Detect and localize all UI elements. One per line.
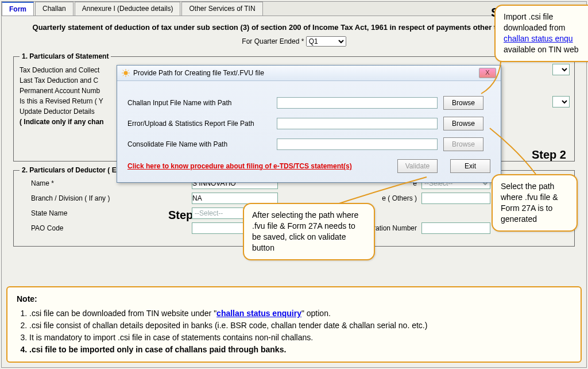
tab-annexure[interactable]: Annexure I (Deductee details) [75,2,181,16]
tab-other-services[interactable]: Other Services of TIN [181,2,262,16]
note-1: .csi file can be downloaded from TIN web… [29,308,571,320]
svg-point-0 [124,71,128,75]
callout-step3: After selecting the path where .fvu file… [243,203,375,260]
callout-step1: Import .csi file downloaded from challan… [494,5,588,62]
dialog-fvu-path: Provide Path for Creating file Text/.FVU… [117,65,501,183]
section1-right-select-2[interactable] [552,96,570,107]
link-procedure[interactable]: Click here to know procedure about filin… [127,162,352,170]
input-challan-path[interactable] [277,97,438,109]
exit-button[interactable]: Exit [450,159,490,173]
link-challan-status-1[interactable]: challan status enqu [504,34,573,43]
section1-right-select-1[interactable] [552,64,570,75]
tab-challan[interactable]: Challan [35,2,74,16]
note-3: It is mandatory to import .csi file in c… [29,332,571,344]
quarter-label: For Quarter Ended * [242,37,304,45]
lbl-consolidate: Consolidate File Name with Path [127,140,277,148]
lbl-state: State Name [20,209,192,217]
input-branch[interactable] [192,193,278,204]
input-consolidate-path[interactable] [277,139,438,150]
input-right2[interactable] [421,193,490,204]
svg-line-6 [128,75,129,76]
lbl-challan-input: Challan Input File Name with Path [127,99,277,107]
note-4: .csi file to be imported only in case of… [29,344,571,356]
svg-line-5 [123,70,124,71]
lbl-pao: PAO Code [20,224,192,232]
notes-box: Note: .csi file can be downloaded from T… [6,286,582,363]
lbl-error-report: Error/Upload & Statistics Report File Pa… [127,120,277,128]
input-error-path[interactable] [277,118,438,129]
note-2: .csi file consist of challan details dep… [29,320,571,332]
page-title: Quarterly statement of deduction of tax … [13,23,575,32]
dialog-close-button[interactable]: X [479,68,496,78]
dialog-title: Provide Path for Creating file Text/.FVU… [133,69,264,77]
lbl-right2: e ( Others ) [307,194,421,202]
notes-title: Note: [17,293,571,305]
link-challan-status-2[interactable]: challan status enquiry [216,309,301,318]
tab-form[interactable]: Form [2,2,34,16]
validate-button[interactable]: Validate [397,159,438,173]
lbl-branch: Branch / Division ( If any ) [20,194,192,202]
quarter-select[interactable]: Q1 [306,36,346,47]
browse-consolidate-button[interactable]: Browse [443,137,483,151]
app-icon [122,69,130,77]
svg-line-8 [123,75,124,76]
svg-line-7 [128,70,129,71]
browse-error-button[interactable]: Browse [443,117,483,130]
input-ddo[interactable] [421,222,490,234]
browse-challan-button[interactable]: Browse [443,96,483,110]
callout-step2: Select the path where .fvu file & Form 2… [492,174,578,232]
section1-legend: 1. Particulars of Statement [20,52,111,60]
